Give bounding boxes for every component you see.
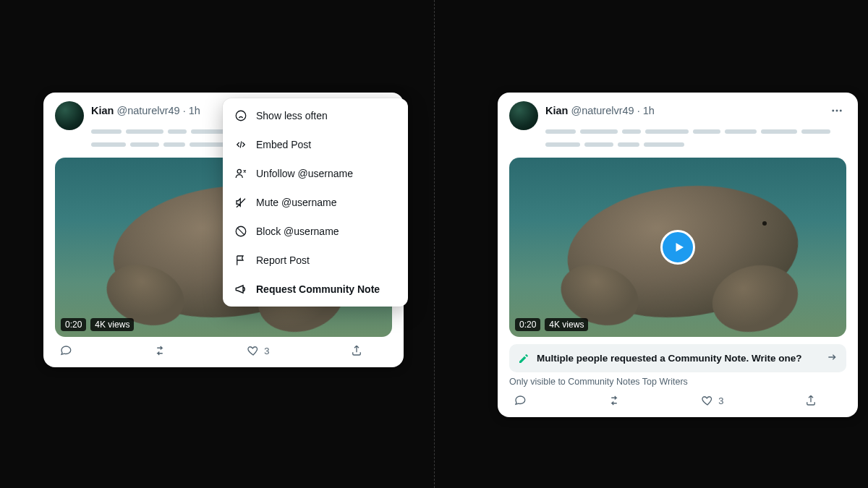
heart-icon [247, 344, 260, 357]
avatar[interactable] [55, 101, 84, 130]
flag-icon [234, 254, 247, 267]
more-menu: Show less often Embed Post Unfollow @use… [223, 98, 408, 307]
like-count: 3 [718, 395, 723, 406]
like-count: 3 [264, 346, 269, 356]
share-icon [350, 344, 363, 357]
svg-point-7 [836, 110, 838, 112]
arrow-right-icon [826, 351, 838, 365]
mute-icon [234, 196, 247, 209]
play-button[interactable] [660, 230, 695, 265]
video-views-badge: 4K views [90, 318, 134, 331]
menu-label: Unfollow @username [256, 168, 353, 179]
play-icon [673, 241, 686, 254]
menu-report[interactable]: Report Post [223, 246, 408, 275]
svg-point-4 [237, 169, 241, 173]
community-note-prompt-text: Multiple people requested a Community No… [537, 353, 802, 364]
svg-point-8 [840, 110, 842, 112]
frown-icon [234, 109, 247, 122]
community-note-prompt[interactable]: Multiple people requested a Community No… [509, 344, 846, 372]
separator-dot: · [183, 103, 186, 118]
code-icon [234, 138, 247, 151]
reply-button[interactable] [514, 394, 527, 407]
reply-icon [59, 344, 72, 357]
vertical-divider [434, 0, 435, 488]
video-views-badge: 4K views [545, 318, 588, 331]
more-button[interactable] [827, 101, 846, 120]
video-media[interactable]: 0:20 4K views [509, 158, 846, 337]
retweet-button[interactable] [608, 394, 621, 407]
megaphone-icon [234, 283, 247, 296]
share-button[interactable] [350, 344, 363, 357]
tweet-card-left: Kian @naturelvr49 · 1h 0:20 4K views [43, 93, 404, 367]
video-badges: 0:20 4K views [61, 318, 134, 331]
menu-label: Report Post [256, 254, 310, 266]
menu-label: Show less often [256, 110, 328, 121]
menu-request-note[interactable]: Request Community Note [223, 275, 408, 304]
block-icon [234, 225, 247, 238]
like-button[interactable]: 3 [701, 394, 723, 407]
retweet-icon [608, 394, 621, 407]
menu-mute[interactable]: Mute @username [223, 188, 408, 217]
timestamp[interactable]: 1h [189, 103, 200, 118]
svg-point-3 [236, 111, 246, 121]
video-duration-badge: 0:20 [515, 318, 540, 331]
name-line: Kian @naturelvr49 · 1h [545, 101, 846, 120]
menu-unfollow[interactable]: Unfollow @username [223, 159, 408, 188]
video-duration-badge: 0:20 [61, 318, 86, 331]
menu-block[interactable]: Block @username [223, 217, 408, 246]
display-name[interactable]: Kian [91, 103, 114, 118]
unfollow-icon [234, 167, 247, 180]
menu-label: Request Community Note [256, 283, 380, 295]
write-note-icon [518, 353, 529, 364]
share-icon [804, 394, 817, 407]
reply-icon [514, 394, 527, 407]
video-badges: 0:20 4K views [515, 318, 588, 331]
community-note-subtext: Only visible to Community Notes Top Writ… [509, 377, 846, 387]
handle[interactable]: @naturelvr49 [116, 103, 179, 118]
tweet-header: Kian @naturelvr49 · 1h [509, 101, 846, 150]
action-bar: 3 [509, 387, 846, 411]
reply-button[interactable] [59, 344, 72, 357]
separator-dot: · [637, 103, 640, 118]
avatar[interactable] [509, 101, 538, 130]
menu-label: Block @username [256, 226, 339, 237]
menu-label: Embed Post [256, 139, 311, 150]
menu-embed[interactable]: Embed Post [223, 130, 408, 159]
like-button[interactable]: 3 [247, 344, 269, 357]
menu-show-less[interactable]: Show less often [223, 101, 408, 130]
menu-label: Mute @username [256, 197, 336, 208]
timestamp[interactable]: 1h [643, 103, 655, 118]
retweet-button[interactable] [153, 344, 166, 357]
more-icon [830, 104, 843, 117]
share-button[interactable] [804, 394, 817, 407]
heart-icon [701, 394, 714, 407]
action-bar: 3 [55, 337, 392, 361]
display-name[interactable]: Kian [545, 103, 568, 118]
handle[interactable]: @naturelvr49 [571, 103, 634, 118]
retweet-icon [153, 344, 166, 357]
tweet-card-right: Kian @naturelvr49 · 1h 0:20 4K views [498, 93, 858, 417]
tweet-text-placeholder [545, 124, 846, 150]
svg-point-6 [832, 110, 834, 112]
